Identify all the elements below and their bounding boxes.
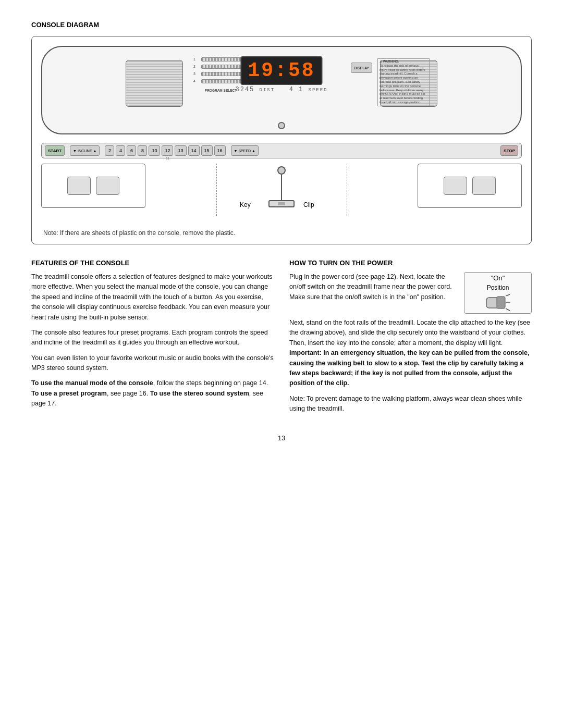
speaker-left	[126, 60, 183, 107]
features-para4-rest1: , follow the steps beginning on page 14.	[153, 379, 268, 387]
features-para2: The console also features four preset pr…	[31, 328, 274, 348]
num-button-4[interactable]: 4	[116, 145, 125, 156]
right-panel-button-1	[444, 177, 467, 195]
lcd-display: 19:58 3245 DIST 4 1 SPEED	[235, 56, 327, 93]
clip-label: Clip	[303, 201, 314, 208]
display-button-area: DISPLAY	[351, 63, 372, 73]
center-knob	[278, 122, 285, 129]
start-button[interactable]: START	[45, 145, 65, 156]
num-button-15[interactable]: 15	[201, 145, 213, 156]
howto-column: HOW TO TURN ON THE POWER "On" Position P…	[289, 259, 532, 419]
warning-box: ⚠ WARNING: To reduce the risk of serious…	[377, 58, 430, 106]
lcd-sub: 3245 DIST 4 1 SPEED	[235, 86, 327, 93]
on-position-box: "On" Position	[464, 272, 532, 314]
left-panel-button-2	[96, 177, 119, 195]
cord-center-area: Key Clip	[151, 164, 412, 226]
cord-section: Key Clip	[41, 164, 522, 226]
howto-heading: HOW TO TURN ON THE POWER	[289, 259, 532, 267]
howto-para2-start: Next, stand on the foot rails of the tre…	[289, 319, 530, 347]
svg-line-2	[506, 294, 510, 296]
features-column: FEATURES OF THE CONSOLE The treadmill co…	[31, 259, 274, 419]
num-button-14[interactable]: 14	[188, 145, 200, 156]
features-para3: You can even listen to your favorite wor…	[31, 353, 274, 374]
howto-para3: Note: To prevent damage to the walking p…	[289, 394, 532, 414]
page-number: 13	[31, 435, 532, 442]
features-para4-bold3: To use the stereo sound system	[150, 390, 249, 397]
on-label: "On"	[491, 274, 505, 282]
speed-button[interactable]: ▼ SPEED ▲	[231, 145, 259, 156]
page-heading: CONSOLE DIAGRAM	[31, 21, 532, 29]
key-shape	[268, 200, 295, 207]
howto-para2: Next, stand on the foot rails of the tre…	[289, 318, 532, 389]
num-button-6[interactable]: 6	[127, 145, 136, 156]
num-button-10[interactable]: 10	[149, 145, 160, 156]
features-para4-bold1: To use the manual mode of the console	[31, 379, 153, 387]
num-button-16[interactable]: 16	[214, 145, 226, 156]
console-illustration: 1 2 3 4 PROGRAM SELECT 19:58 3245 DIST	[41, 46, 522, 134]
cord-knob	[277, 166, 286, 175]
lcd-time: 19:58	[240, 56, 322, 85]
console-button-row: START ▼ INCLINE ▲ 2 4 6 8 10 12 11 13 14…	[41, 143, 522, 158]
features-para4: To use the manual mode of the console, f…	[31, 378, 274, 409]
two-column-section: FEATURES OF THE CONSOLE The treadmill co…	[31, 259, 532, 419]
on-position-label: Position	[487, 284, 509, 291]
key-label: Key	[240, 201, 251, 208]
howto-para1-block: "On" Position Plug in the power cord (se…	[289, 272, 532, 318]
svg-rect-1	[497, 297, 505, 309]
features-para4-bold2: To use a preset program	[31, 390, 107, 397]
note-text: Note: If there are sheets of plastic on …	[41, 226, 522, 237]
features-para4-rest2: , see page 16.	[107, 390, 148, 397]
num-button-2[interactable]: 2	[105, 145, 114, 156]
left-panel-button-1	[67, 177, 91, 195]
incline-button[interactable]: ▼ INCLINE ▲	[70, 145, 100, 156]
howto-para2-bold: Important: In an emergency situation, th…	[289, 349, 530, 387]
num-button-12[interactable]: 12	[162, 145, 173, 156]
on-switch-icon	[484, 293, 512, 312]
right-panel-button-2	[472, 177, 496, 195]
console-diagram-box: 1 2 3 4 PROGRAM SELECT 19:58 3245 DIST	[31, 36, 532, 244]
stop-button[interactable]: STOP	[500, 145, 518, 156]
cord-line	[281, 175, 282, 203]
num-button-8[interactable]: 8	[138, 145, 147, 156]
num-button-13[interactable]: 13	[175, 145, 186, 156]
right-panel	[418, 164, 522, 208]
left-panel	[41, 164, 145, 208]
features-para1: The treadmill console offers a selection…	[31, 272, 274, 323]
features-heading: FEATURES OF THE CONSOLE	[31, 259, 274, 267]
svg-line-4	[506, 309, 510, 311]
